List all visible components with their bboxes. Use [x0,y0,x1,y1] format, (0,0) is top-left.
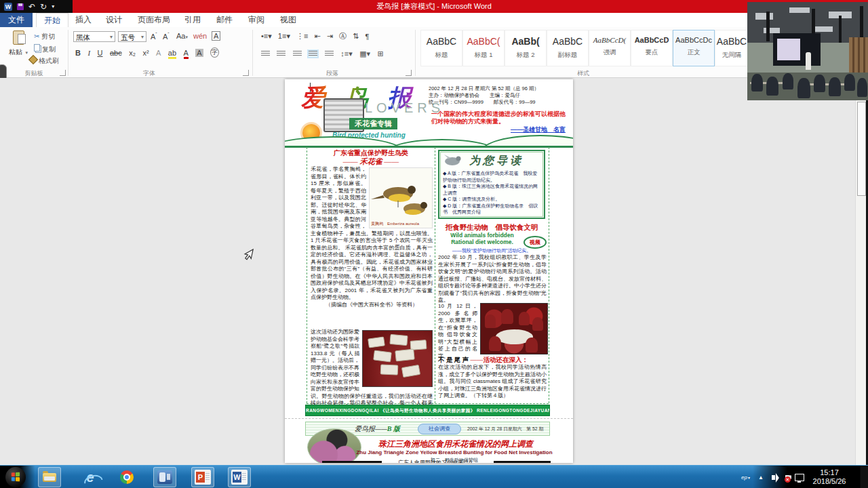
publication-info: 2002 年 12 月 28 日 星期六 第 52 期（总 96 期） 主办：动… [429,85,568,106]
format-painter-icon [28,55,38,64]
colA-donation: 这次活动还为国际爱护动物基金会科学考察船“鹭之歌”号捐款 1333.8 元（每人… [311,329,433,414]
redo-icon[interactable]: ↻ [40,3,47,11]
italic-button[interactable]: I [87,49,90,57]
tab-review[interactable]: 审阅 [244,13,269,27]
bird-caption: 黄胸鹀 Emberiza aureola [371,220,419,228]
font-buttons-row: B I U abc x₂ x² A ab A A 字 [73,46,221,58]
classroom-floor [747,73,868,100]
cut-button[interactable]: ✂ 剪切 [34,32,55,41]
paste-dropdown-icon[interactable]: ▾ [25,50,28,55]
font-size-combo[interactable]: 五号▾ [118,31,146,42]
signing-event-photo[interactable] [480,303,548,354]
styles-group-label: 样式 [556,69,610,78]
enclose-characters-button[interactable]: 字 [210,47,219,58]
borders-icon[interactable]: ⊞ [378,49,384,58]
align-left-icon[interactable] [261,51,270,57]
taskbar-ie-button[interactable]: e [79,467,102,487]
align-right-icon[interactable] [293,51,302,57]
distribute-icon[interactable] [325,51,334,57]
masthead-slogan: 一个国家的伟大程度和道德进步的标准可以根据他们对待动物的方式来衡量。 ——圣雄甘… [431,110,566,134]
decrease-indent-icon[interactable]: ⇤ [314,32,320,41]
tray-hidden-icons-button[interactable]: ▲ [758,466,764,488]
phonetic-guide-button[interactable]: wén [193,32,207,40]
sec2-body2: 10 月 12 日，2000 多名师生，欢聚草坪，在“拒食野生动物 倡导饮食文明… [438,303,477,360]
paragraph-dialog-launcher[interactable] [406,70,412,76]
tab-mailings[interactable]: 邮件 [212,13,237,27]
page2-bird-photo[interactable] [307,428,361,463]
text-effects-button[interactable]: A [156,49,161,57]
show-marks-icon[interactable]: ¶ [365,33,369,41]
change-case-button[interactable]: Aa▾ [176,32,188,40]
clipboard-dialog-launcher[interactable] [60,70,66,76]
style-emphasis[interactable]: AaBbCcD(强调 [589,30,631,66]
style-heading1[interactable]: AaBbC(标题 1 [462,30,505,66]
frame-line-middle [435,147,435,403]
copy-button[interactable]: 复制 [34,44,56,54]
shading-bucket-icon[interactable]: ▦▾ [359,49,370,58]
taskbar-clock[interactable]: 15:17 2018/5/26 [800,468,859,486]
vertical-scrollbar[interactable] [855,78,866,465]
style-nospacing[interactable]: AaBbC无间隔 [715,30,749,66]
grow-font-button[interactable]: Aˆ [151,32,157,41]
undo-icon[interactable]: ↶ [28,3,35,11]
show-desktop-button[interactable] [860,466,868,488]
align-center-icon[interactable] [277,51,285,57]
donation-money-photo[interactable] [362,330,433,387]
strikethrough-button[interactable]: abc [110,49,122,57]
tab-insert[interactable]: 插入 [71,13,96,27]
document-page[interactable]: 爱 鸟 报 LOVERS 禾花雀专辑 Bird protected huntin… [285,79,573,463]
tab-file[interactable]: 文件 [0,13,33,27]
bold-button[interactable]: B [75,49,81,57]
style-heading2[interactable]: AaBb(标题 2 [505,30,547,66]
justify-icon[interactable] [309,51,317,57]
frame-line-left [307,147,307,403]
green-slogan-banner: RANGWOMENXINGDONGQILAI 《让鸟类与野生动物和人类共享美丽的… [305,405,550,416]
increase-indent-icon[interactable]: ⇥ [327,32,333,41]
style-subtitle[interactable]: AaBbC副标题 [547,30,589,66]
style-heading[interactable]: AaBbC标题 [420,30,462,66]
character-border-button[interactable]: A [212,31,220,41]
shrink-font-button[interactable]: Aˇ [163,32,170,41]
line-spacing-icon[interactable]: ↕≡▾ [340,49,352,58]
quick-access-toolbar: W ↶ ↻ ▾ [0,0,73,13]
format-painter-button[interactable]: 格式刷 [30,56,59,66]
tray-mini-icon[interactable]: ep▾ [741,466,750,488]
font-color-button[interactable]: A [184,49,189,57]
underline-button[interactable]: U [98,49,103,57]
colA-article: 黄胸鹀 Emberiza aureola 禾花雀，学名黄胸鹀，雀形目，雀科。体长… [311,166,433,308]
tab-home[interactable]: 开始 [36,13,68,27]
tab-view[interactable]: 视图 [276,13,300,27]
volume-icon[interactable]: ) [772,466,778,488]
font-family-combo[interactable]: 黑体▾ [73,31,115,42]
highlight-color-button[interactable]: ab [168,49,176,57]
save-icon[interactable] [17,3,24,10]
superscript-button[interactable]: x² [142,49,149,57]
multilevel-list-icon[interactable]: ⋮≡ [296,32,308,41]
tab-references[interactable]: 引用 [180,13,205,27]
sort-icon[interactable]: ⇅ [353,32,359,41]
taskbar-powerpoint-button[interactable]: P [191,467,214,487]
qat-customize-icon[interactable]: ▾ [52,3,54,11]
character-shading-button[interactable]: A [195,49,203,57]
font-dialog-launcher[interactable] [243,70,249,76]
subscript-button[interactable]: x₂ [129,49,136,57]
numbering-icon[interactable]: 1≡▾ [278,32,290,41]
ribbon: 粘贴 ▾ ✂ 剪切 复制 格式刷 剪贴板 黑体▾ 五号▾ Aˆ Aˇ Aa▾ w… [0,27,868,78]
taskbar-chrome-button[interactable] [115,467,138,487]
bullets-icon[interactable]: •≡▾ [261,32,272,41]
asian-layout-icon[interactable]: Ⓐ [339,31,347,41]
style-normal[interactable]: AaBbCcDc正文 [673,30,715,66]
taskbar-media-button[interactable] [153,467,176,487]
taskbar-explorer-button[interactable] [38,467,61,487]
tab-layout[interactable]: 页面布局 [133,13,175,27]
bunting-photo[interactable]: 黄胸鹀 Emberiza aureola [369,167,433,228]
word-app-icon[interactable]: W [4,3,12,11]
window-title: 爱鸟报 [兼容模式] - Microsoft Word [0,1,868,12]
page2-title: 珠江三角洲地区食用禾花雀情况的网上调查 [361,439,551,450]
style-strong[interactable]: AaBbCcD要点 [631,30,673,66]
tab-design[interactable]: 设计 [102,13,126,27]
taskbar-word-button[interactable]: W [228,467,251,487]
scrollbar-thumb[interactable] [857,102,866,196]
start-button[interactable] [5,467,26,487]
paste-button[interactable]: 粘贴 ▾ [5,30,31,57]
